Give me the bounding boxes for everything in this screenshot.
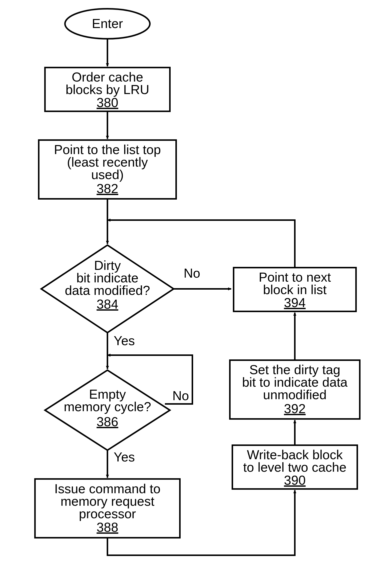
edge-386-no-label: No — [172, 388, 189, 403]
edge-384-no-label: No — [184, 266, 200, 280]
edge-384-yes-label: Yes — [114, 333, 135, 348]
decision-384-ref: 384 — [97, 297, 118, 311]
process-382-line3: used) — [91, 167, 124, 182]
decision-386-line2: memory cycle? — [64, 399, 151, 414]
process-392-ref: 392 — [284, 401, 306, 416]
process-394-line2: block in list — [263, 282, 327, 297]
process-388-line3: processor — [79, 506, 136, 521]
process-380-line2: blocks by LRU — [65, 82, 149, 97]
terminator-enter-label: Enter — [92, 16, 123, 31]
edge-394-loopback — [107, 220, 295, 268]
process-390-line2: to level two cache — [243, 460, 346, 474]
edge-386-yes-label: Yes — [114, 450, 135, 464]
decision-384-line3: data modified? — [65, 283, 150, 298]
process-390-ref: 390 — [284, 473, 306, 487]
process-380-ref: 380 — [97, 95, 118, 110]
process-394-ref: 394 — [284, 295, 306, 310]
process-392-line3: unmodified — [263, 387, 327, 402]
process-388-ref: 388 — [97, 520, 118, 534]
decision-386-ref: 386 — [97, 414, 118, 429]
process-382-ref: 382 — [97, 181, 118, 196]
